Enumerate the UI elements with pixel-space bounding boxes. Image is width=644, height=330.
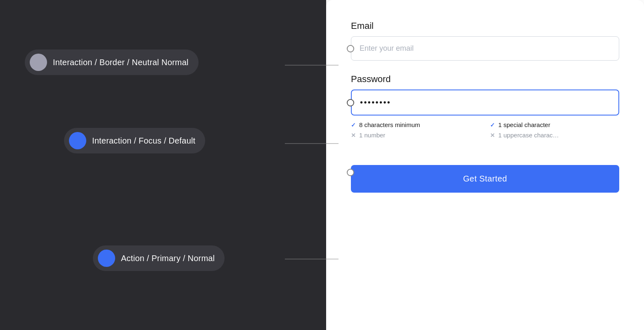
req-uppercase-icon: ✕ — [490, 132, 495, 139]
req-min-chars: ✓ 8 characters minimum — [351, 121, 480, 128]
email-input[interactable] — [351, 36, 619, 61]
left-panel: Interaction / Border / Neutral Normal In… — [0, 0, 326, 330]
req-number-text: 1 number — [359, 132, 385, 139]
email-input-wrapper — [351, 36, 619, 61]
annotation-2: Interaction / Focus / Default — [64, 128, 205, 153]
annotation-3-label: Action / Primary / Normal — [121, 254, 215, 263]
req-special-char-text: 1 special character — [498, 121, 550, 128]
annotation-1: Interaction / Border / Neutral Normal — [25, 50, 199, 75]
req-number-icon: ✕ — [351, 132, 356, 139]
circle-neutral — [30, 54, 47, 71]
email-connector-dot — [347, 45, 354, 52]
chip-interaction-border: Interaction / Border / Neutral Normal — [25, 50, 199, 75]
req-uppercase: ✕ 1 uppercase charac… — [490, 132, 619, 139]
password-input[interactable] — [351, 90, 619, 116]
get-started-button[interactable]: Get Started — [351, 165, 619, 193]
password-section: Password ✓ 8 characters minimum ✓ 1 spec… — [351, 74, 619, 139]
circle-blue-action — [98, 250, 115, 267]
req-min-chars-text: 8 characters minimum — [359, 121, 420, 128]
password-connector-dot — [347, 99, 354, 106]
right-panel: Email Password ✓ 8 characters minimum ✓ … — [326, 0, 644, 330]
chip-action-primary: Action / Primary / Normal — [93, 245, 225, 271]
req-min-chars-icon: ✓ — [351, 122, 356, 128]
req-special-char: ✓ 1 special character — [490, 121, 619, 128]
chip-interaction-focus: Interaction / Focus / Default — [64, 128, 205, 153]
req-special-char-icon: ✓ — [490, 122, 495, 128]
annotation-1-label: Interaction / Border / Neutral Normal — [53, 58, 189, 67]
annotation-3: Action / Primary / Normal — [93, 245, 225, 271]
req-number: ✕ 1 number — [351, 132, 480, 139]
email-label: Email — [351, 21, 619, 31]
password-requirements: ✓ 8 characters minimum ✓ 1 special chara… — [351, 121, 619, 139]
submit-wrapper: Get Started — [351, 152, 619, 193]
submit-connector-dot — [347, 169, 354, 176]
annotation-2-label: Interaction / Focus / Default — [92, 136, 195, 146]
req-uppercase-text: 1 uppercase charac… — [498, 132, 559, 139]
password-input-wrapper — [351, 90, 619, 116]
email-section: Email — [351, 21, 619, 61]
circle-blue-focus — [69, 132, 86, 149]
password-label: Password — [351, 74, 619, 85]
